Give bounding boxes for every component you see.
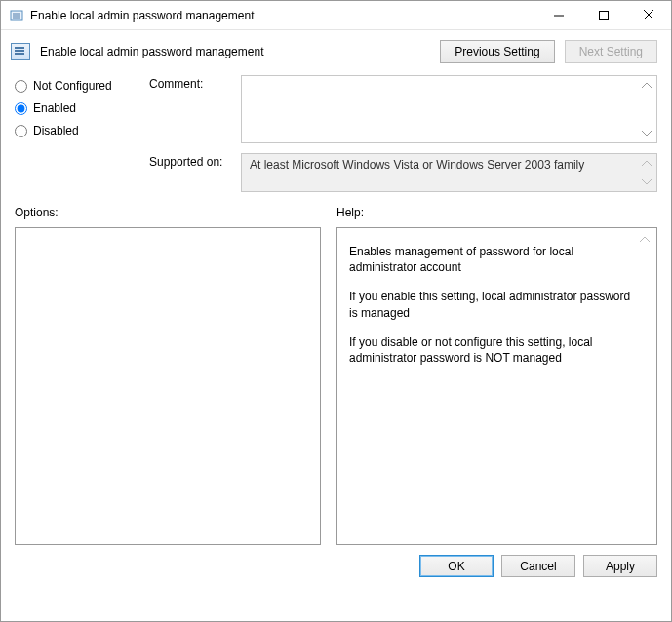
svg-rect-5	[600, 11, 609, 19]
app-icon	[9, 8, 24, 23]
radio-not-configured-label: Not Configured	[33, 79, 112, 93]
options-panel	[15, 227, 321, 545]
header: Enable local admin password management P…	[1, 30, 671, 73]
fields: Comment: Supported on: At least Microsof…	[149, 75, 657, 192]
state-radios: Not Configured Enabled Disabled	[15, 75, 132, 192]
help-paragraph: Enables management of password for local…	[349, 244, 635, 275]
help-label: Help:	[336, 206, 657, 219]
help-panel: Enables management of password for local…	[336, 227, 657, 545]
comment-label: Comment:	[149, 75, 233, 143]
column-labels: Options: Help:	[1, 192, 671, 223]
radio-not-configured[interactable]: Not Configured	[15, 79, 132, 93]
comment-row: Comment:	[149, 75, 657, 143]
supported-row: Supported on: At least Microsoft Windows…	[149, 153, 657, 192]
supported-label: Supported on:	[149, 153, 233, 192]
cancel-button[interactable]: Cancel	[501, 555, 575, 577]
radio-enabled-input[interactable]	[15, 102, 27, 115]
policy-title: Enable local admin password management	[40, 45, 430, 58]
radio-disabled-input[interactable]	[15, 125, 27, 137]
next-setting-button: Next Setting	[565, 40, 657, 63]
ok-button[interactable]: OK	[419, 555, 494, 577]
chevron-up-icon	[639, 156, 654, 172]
help-paragraph: If you disable or not configure this set…	[349, 334, 635, 366]
window-title: Enable local admin password management	[30, 9, 536, 22]
chevron-up-icon	[637, 232, 652, 248]
chevron-down-icon	[639, 174, 654, 189]
window-controls	[536, 1, 671, 29]
titlebar: Enable local admin password management	[1, 1, 671, 30]
comment-input[interactable]	[241, 75, 657, 143]
columns-body: Enables management of password for local…	[1, 223, 671, 545]
policy-icon	[11, 43, 30, 60]
minimize-button[interactable]	[536, 1, 581, 29]
dialog-footer: OK Cancel Apply	[1, 545, 671, 587]
radio-not-configured-input[interactable]	[15, 80, 27, 93]
supported-value-box: At least Microsoft Windows Vista or Wind…	[241, 153, 657, 192]
radio-disabled-label: Disabled	[33, 124, 79, 137]
radio-enabled-label: Enabled	[33, 101, 76, 115]
supported-value: At least Microsoft Windows Vista or Wind…	[250, 158, 584, 172]
apply-button[interactable]: Apply	[583, 555, 657, 577]
help-paragraph: If you enable this setting, local admini…	[349, 289, 635, 320]
close-button[interactable]	[626, 1, 671, 29]
options-label: Options:	[15, 206, 321, 219]
config-area: Not Configured Enabled Disabled Comment:…	[1, 73, 671, 192]
radio-disabled[interactable]: Disabled	[15, 124, 132, 137]
radio-enabled[interactable]: Enabled	[15, 101, 132, 115]
maximize-button[interactable]	[581, 1, 626, 29]
previous-setting-button[interactable]: Previous Setting	[440, 40, 554, 63]
chevron-up-icon	[639, 78, 654, 94]
chevron-down-icon	[639, 125, 654, 140]
